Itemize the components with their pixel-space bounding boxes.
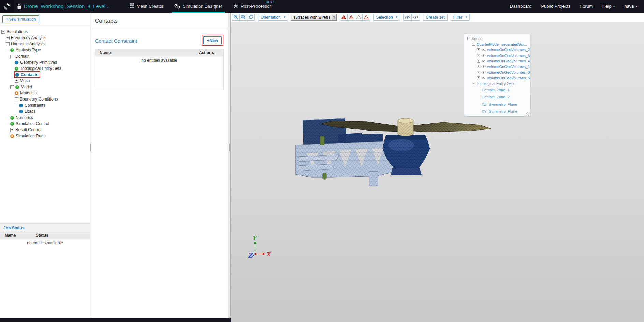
nav-public-projects[interactable]: Public Projects — [541, 4, 570, 9]
expander-icon[interactable] — [472, 82, 475, 85]
eye-icon[interactable] — [481, 60, 486, 63]
user-menu[interactable]: nava — [624, 4, 637, 9]
eye-icon[interactable] — [481, 48, 486, 51]
app-logo-icon[interactable] — [0, 0, 14, 13]
tree-item-label: Analysis Type — [16, 48, 41, 52]
expander-icon[interactable] — [1, 30, 5, 34]
expander-icon[interactable] — [477, 76, 480, 79]
annotation-box-contacts: Contacts — [15, 72, 40, 77]
nav-forum[interactable]: Forum — [580, 4, 593, 9]
panel-splitter[interactable] — [228, 13, 231, 322]
scene-item-volume-2[interactable]: volumeOnGeoVolumes_2 — [464, 47, 530, 53]
project-title[interactable]: Drone_Workshop_Session_4_Level... — [24, 3, 110, 9]
zoom-in-button[interactable] — [232, 14, 240, 21]
expander-icon[interactable] — [6, 42, 10, 46]
refresh-view-button[interactable] — [247, 14, 255, 21]
expander-icon[interactable] — [472, 43, 475, 46]
tree-item-simulations[interactable]: Simulations — [0, 29, 90, 35]
tree-item-simulation-control[interactable]: Simulation Control — [0, 121, 90, 127]
tree-item-result-control[interactable]: Result Control — [0, 127, 90, 133]
tree-item-label: Model — [21, 85, 32, 89]
tree-item-frequency-analysis[interactable]: Frequency Analysis — [0, 35, 90, 41]
tree-item-harmonic-analysis[interactable]: Harmonic Analysis — [0, 41, 90, 47]
new-simulation-button[interactable]: +New simulation — [2, 15, 39, 23]
scene-tree-resize-handle[interactable] — [526, 112, 530, 116]
tab-post-processor[interactable]: BETA Post-Processor — [228, 0, 277, 13]
simulation-tree: Simulations Frequency Analysis Harmonic … — [0, 29, 90, 139]
orientation-dropdown[interactable]: Orientation — [258, 14, 288, 21]
eye-icon[interactable] — [481, 54, 486, 57]
status-icon — [15, 73, 19, 77]
expander-icon[interactable] — [10, 55, 14, 58]
scene-tree-panel: Scene QuarterModel_separatedScr... volum… — [464, 34, 531, 117]
render-mode-shaded-mesh-button[interactable] — [340, 14, 348, 21]
tree-item-contacts[interactable]: Contacts — [0, 72, 90, 78]
tree-item-model[interactable]: Model — [0, 84, 90, 90]
scene-item-topological-entity-sets[interactable]: Topological Entity Sets — [464, 81, 530, 87]
tree-item-label: Harmonic Analysis — [11, 42, 45, 46]
expander-icon[interactable] — [15, 97, 18, 101]
eye-icon[interactable] — [481, 71, 486, 74]
render-mode-feature-edges-button[interactable] — [362, 14, 370, 21]
render-mode-surface-button[interactable] — [355, 14, 363, 21]
hide-entities-button[interactable] — [403, 14, 412, 21]
tree-item-topological-entity-sets[interactable]: Topological Entity Sets — [0, 65, 90, 72]
scene-item-volume-3[interactable]: volumeOnGeoVolumes_3 — [464, 53, 530, 59]
expander-icon[interactable] — [477, 48, 480, 51]
expander-icon[interactable] — [467, 37, 470, 40]
filter-dropdown[interactable]: Filter — [451, 14, 470, 21]
eye-icon[interactable] — [481, 65, 486, 68]
scene-item-yz-symmetry-plane[interactable]: YZ_Symmetry_Plane — [464, 101, 530, 108]
model-spinner — [398, 118, 413, 136]
viewport-3d-canvas[interactable]: Y X Z Scene QuarterModel_separatedScr...… — [231, 22, 644, 322]
scene-item-volume-1[interactable]: volumeOnGeoVolumes_1 — [464, 64, 530, 70]
new-contact-button[interactable]: +New — [203, 36, 222, 44]
tree-item-loads[interactable]: Loads — [0, 108, 90, 114]
display-mode-select[interactable]: surfaces with wireframe ▼ — [291, 14, 337, 21]
tree-item-materials[interactable]: Materials — [0, 90, 90, 96]
tree-item-geometry-primitives[interactable]: Geometry Primitives — [0, 59, 90, 65]
job-status-empty-text: no entities available — [0, 239, 90, 247]
scene-item-xy-symmetry-plane[interactable]: XY_Symmetry_Plane — [464, 108, 530, 115]
expander-icon[interactable] — [477, 54, 480, 57]
tab-simulation-designer[interactable]: Simulation Designer — [169, 0, 228, 13]
selection-dropdown[interactable]: Selection — [373, 14, 400, 21]
tree-item-simulation-runs[interactable]: Simulation Runs — [0, 133, 90, 139]
tree-item-label: Boundary Conditions — [20, 97, 58, 102]
tree-item-mesh[interactable]: Mesh — [0, 78, 90, 84]
expander-icon[interactable] — [10, 128, 14, 132]
expander-icon[interactable] — [477, 60, 480, 63]
expander-icon[interactable] — [477, 65, 480, 68]
tree-item-label: Loads — [25, 109, 36, 114]
scene-item-volume-4[interactable]: volumeOnGeoVolumes_4 — [464, 58, 530, 64]
contacts-table-body: no entities available — [95, 56, 223, 90]
scene-item-label: Contact_Zone_1 — [482, 88, 509, 92]
render-mode-wireframe-button[interactable] — [347, 14, 355, 21]
scene-item-quartermodel[interactable]: QuarterModel_separatedScr... — [464, 42, 530, 47]
status-icon — [15, 85, 19, 89]
tree-item-numerics[interactable]: Numerics — [0, 114, 90, 121]
expander-icon[interactable] — [6, 36, 10, 40]
tree-item-constraints[interactable]: Constraints — [0, 102, 90, 108]
show-entities-button[interactable] — [411, 14, 420, 21]
scene-item-contact-zone-1[interactable]: Contact_Zone_1 — [464, 87, 530, 94]
sidebar-splitter[interactable] — [90, 13, 91, 322]
expander-icon[interactable] — [10, 85, 14, 89]
expander-icon[interactable] — [15, 79, 18, 83]
tree-item-analysis-type[interactable]: Analysis Type — [0, 47, 90, 53]
scene-item-volume-5[interactable]: volumeOnGeoVolumes_5 — [464, 75, 530, 81]
tree-item-boundary-conditions[interactable]: Boundary Conditions — [0, 96, 90, 102]
create-set-button[interactable]: Create set — [423, 14, 447, 21]
scene-item-contact-zone-2[interactable]: Contact_Zone_2 — [464, 94, 530, 101]
expander-icon[interactable] — [477, 71, 480, 74]
scene-item-label: volumeOnGeoVolumes_3 — [487, 53, 530, 58]
tab-mesh-creator[interactable]: Mesh Creator — [124, 0, 169, 13]
tree-item-domain[interactable]: Domain — [0, 53, 90, 59]
scene-item-volume-0[interactable]: volumeOnGeoVolumes_0 — [464, 70, 530, 75]
zoom-window-button[interactable] — [239, 14, 247, 21]
nav-dashboard[interactable]: Dashboard — [510, 4, 532, 9]
help-dropdown[interactable]: Help — [602, 4, 615, 9]
scene-item-scene[interactable]: Scene — [464, 36, 530, 42]
eye-icon[interactable] — [481, 76, 486, 79]
top-right-nav: Dashboard Public Projects Forum Help nav… — [500, 4, 644, 9]
